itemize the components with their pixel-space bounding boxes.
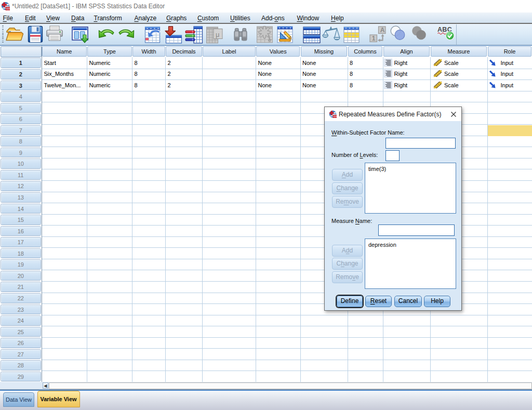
svg-text:μ: μ — [216, 31, 220, 38]
svg-text:A: A — [380, 27, 385, 34]
svg-text:1: 1 — [372, 35, 376, 42]
